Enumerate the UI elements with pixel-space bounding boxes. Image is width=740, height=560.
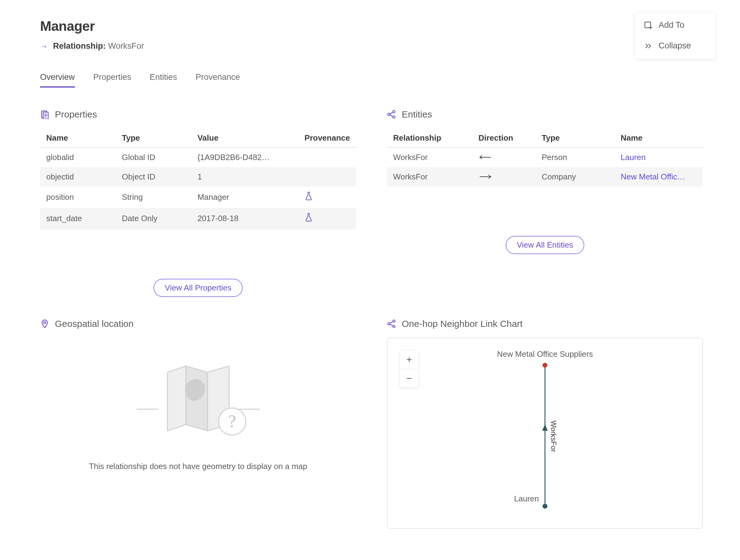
view-all-entities-button[interactable]: View All Entities: [506, 236, 584, 254]
cell-name: start_date: [40, 208, 116, 229]
table-row[interactable]: globalid Global ID {1A9DB2B6-D482…: [40, 148, 356, 167]
geospatial-title: Geospatial location: [55, 318, 133, 329]
col-value: Value: [191, 128, 298, 148]
link-chart-panel: One-hop Neighbor Link Chart + − New Meta…: [387, 318, 703, 529]
col-name: Name: [615, 128, 703, 148]
collapse-button[interactable]: Collapse: [635, 35, 715, 56]
properties-icon: [40, 110, 49, 119]
add-to-icon: [644, 21, 652, 29]
entities-icon: [387, 110, 396, 119]
col-relationship: Relationship: [387, 128, 472, 148]
entity-link[interactable]: Lauren: [615, 148, 703, 167]
flask-icon: [305, 213, 313, 222]
col-type: Type: [116, 128, 191, 148]
col-type: Type: [536, 128, 615, 148]
cell-type: Person: [536, 148, 615, 167]
chevrons-right-icon: [644, 41, 652, 50]
cell-direction: [472, 148, 536, 167]
svg-line-9: [390, 115, 393, 116]
svg-point-7: [393, 116, 395, 118]
svg-rect-25: [645, 22, 651, 28]
cell-prov: [298, 167, 356, 187]
cell-name: position: [40, 187, 116, 208]
tab-provenance[interactable]: Provenance: [195, 73, 240, 88]
cell-prov: [298, 148, 356, 167]
col-name: Name: [40, 128, 116, 148]
top-node-label: New Metal Office Suppliers: [497, 349, 593, 358]
svg-line-8: [390, 112, 393, 114]
cell-value: 2017-08-18: [191, 208, 298, 229]
svg-point-22: [393, 325, 395, 328]
bottom-node-label: Lauren: [514, 494, 539, 503]
page-title: Manager: [40, 18, 703, 34]
col-provenance: Provenance: [298, 128, 356, 148]
svg-point-21: [393, 320, 395, 322]
geospatial-panel: Geospatial location ? This relat: [40, 318, 356, 529]
cell-direction: [472, 167, 536, 187]
cell-name: objectid: [40, 167, 116, 187]
geospatial-note: This relationship does not have geometry…: [40, 462, 356, 471]
table-row[interactable]: start_date Date Only 2017-08-18: [40, 208, 356, 229]
svg-text:?: ?: [228, 412, 236, 431]
action-panel: Add To Collapse: [635, 12, 715, 59]
cell-value: {1A9DB2B6-D482…: [191, 148, 298, 167]
cell-type: Company: [536, 167, 615, 187]
add-to-label: Add To: [659, 20, 684, 30]
col-direction: Direction: [472, 128, 536, 148]
table-row[interactable]: WorksFor Company New Metal Offic…: [387, 167, 703, 187]
graph-icon: [387, 319, 396, 329]
entities-title: Entities: [402, 109, 432, 120]
cell-type: Global ID: [116, 148, 191, 167]
link-chart-svg: New Metal Office Suppliers WorksFor Laur…: [388, 338, 703, 528]
map-placeholder-icon: ?: [40, 357, 356, 443]
cell-relationship: WorksFor: [387, 148, 472, 167]
svg-point-12: [44, 321, 46, 324]
svg-line-23: [390, 321, 393, 323]
tabs: Overview Properties Entities Provenance: [40, 73, 703, 88]
cell-relationship: WorksFor: [387, 167, 472, 187]
cell-prov[interactable]: [298, 208, 356, 229]
edge-label: WorksFor: [549, 420, 558, 452]
svg-point-20: [388, 322, 390, 325]
top-node[interactable]: [543, 363, 548, 368]
cell-value: 1: [191, 167, 298, 187]
svg-point-6: [393, 111, 395, 113]
entity-link[interactable]: New Metal Offic…: [615, 167, 703, 187]
table-row[interactable]: position String Manager: [40, 187, 356, 208]
table-row[interactable]: WorksFor Person Lauren: [387, 148, 703, 167]
entities-panel: Entities Relationship Direction Type Nam…: [387, 109, 703, 297]
view-all-properties-button[interactable]: View All Properties: [154, 279, 242, 297]
svg-marker-15: [167, 366, 186, 431]
svg-point-5: [388, 113, 390, 116]
pin-icon: [40, 319, 49, 329]
cell-type: String: [116, 187, 191, 208]
link-chart-canvas[interactable]: + − New Metal Office Suppliers WorksFor …: [387, 338, 703, 529]
entities-table: Relationship Direction Type Name WorksFo…: [387, 128, 703, 187]
properties-panel: Properties Name Type Value Provenance gl…: [40, 109, 356, 297]
properties-table: Name Type Value Provenance globalid Glob…: [40, 128, 356, 229]
tab-properties[interactable]: Properties: [93, 73, 131, 88]
link-chart-title: One-hop Neighbor Link Chart: [402, 318, 523, 329]
relationship-arrow-icon: →: [40, 42, 48, 50]
arrow-right-icon: [478, 172, 492, 178]
add-to-button[interactable]: Add To: [635, 15, 715, 35]
properties-title: Properties: [55, 109, 97, 120]
subtitle-value: WorksFor: [108, 41, 144, 51]
tab-entities[interactable]: Entities: [150, 73, 177, 88]
cell-type: Object ID: [116, 167, 191, 187]
tab-overview[interactable]: Overview: [40, 73, 75, 88]
cell-prov[interactable]: [298, 187, 356, 208]
flask-icon: [305, 191, 313, 201]
relationship-subtitle: → Relationship: WorksFor: [40, 41, 703, 51]
cell-type: Date Only: [116, 208, 191, 229]
edge-arrowhead-icon: [542, 424, 548, 431]
collapse-label: Collapse: [659, 41, 691, 51]
svg-line-24: [390, 324, 393, 326]
subtitle-label: Relationship:: [53, 41, 106, 51]
cell-name: globalid: [40, 148, 116, 167]
bottom-node[interactable]: [543, 503, 548, 508]
cell-value: Manager: [191, 187, 298, 208]
arrow-left-icon: [478, 153, 492, 158]
table-row[interactable]: objectid Object ID 1: [40, 167, 356, 187]
